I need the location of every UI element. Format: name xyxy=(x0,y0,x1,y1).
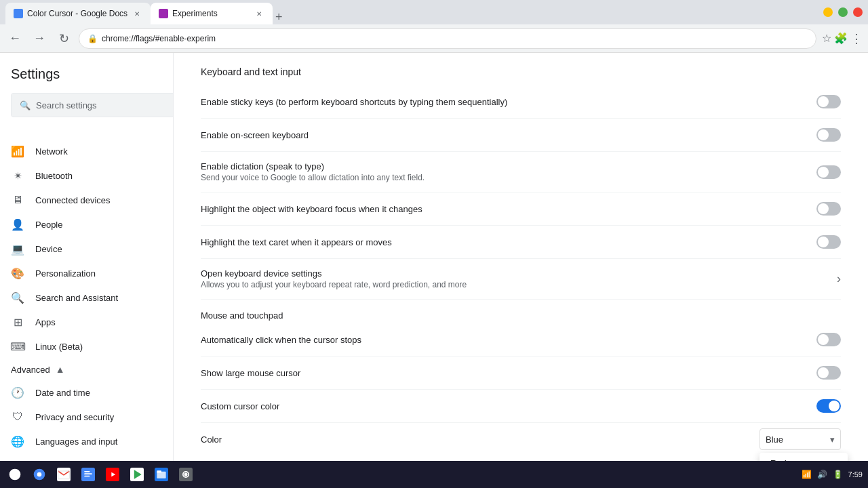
settings-search[interactable]: 🔍 Search settings xyxy=(11,93,174,117)
address-bar[interactable]: 🔒 chrome://flags/#enable-experim xyxy=(79,28,816,49)
taskbar-docs-icon[interactable] xyxy=(79,465,98,484)
gmail-svg xyxy=(57,468,71,481)
sidebar-label-apps: Apps xyxy=(35,317,56,327)
setting-dictation: Enable dictation (speak to type) Send yo… xyxy=(201,152,841,192)
svg-point-17 xyxy=(184,473,188,476)
setting-custom-cursor: Custom cursor color xyxy=(201,390,841,423)
sidebar-item-files[interactable]: 📁 Files xyxy=(0,453,167,461)
devices-icon: 🖥 xyxy=(11,193,24,207)
launcher-svg xyxy=(8,468,22,481)
sidebar-item-linux[interactable]: ⌨ Linux (Beta) xyxy=(0,334,167,359)
sidebar-label-people: People xyxy=(35,220,62,230)
setting-highlight-keyboard: Highlight the object with keyboard focus… xyxy=(201,192,841,226)
tab-experiments[interactable]: Experiments ✕ xyxy=(151,3,273,24)
advanced-section-header[interactable]: Advanced ▲ xyxy=(0,359,173,380)
menu-icon[interactable]: ⋮ xyxy=(850,31,863,46)
custom-cursor-label: Custom cursor color xyxy=(201,401,806,411)
sidebar-item-apps[interactable]: ⊞ Apps xyxy=(0,310,167,334)
sidebar-item-bluetooth[interactable]: ✴ Bluetooth xyxy=(0,163,167,188)
taskbar-gmail-icon[interactable] xyxy=(54,465,73,484)
setting-onscreen-keyboard: Enable on-screen keyboard xyxy=(201,119,841,152)
sidebar-item-network[interactable]: 📶 Network xyxy=(0,139,167,163)
sticky-keys-label: Enable sticky keys (to perform keyboard … xyxy=(201,97,806,107)
play-svg xyxy=(130,468,144,481)
sidebar-label-device: Device xyxy=(35,244,62,254)
highlight-keyboard-toggle[interactable] xyxy=(816,202,841,216)
palette-icon: 🎨 xyxy=(11,266,24,280)
taskbar-youtube-icon[interactable] xyxy=(103,465,122,484)
dictation-label: Enable dictation (speak to type) xyxy=(201,161,806,171)
launcher-icon[interactable] xyxy=(5,465,24,484)
setting-highlight-mouse: Highlight the mouse cursor when it's mov… xyxy=(201,455,841,461)
forward-button[interactable]: → xyxy=(30,29,49,48)
sidebar-label-bluetooth: Bluetooth xyxy=(35,171,73,181)
docs-svg xyxy=(81,468,95,481)
mouse-section-header: Mouse and touchpad xyxy=(201,310,841,321)
window-maximize-button[interactable] xyxy=(838,7,848,17)
address-lock-icon: 🔒 xyxy=(87,34,98,43)
taskbar-play-icon[interactable] xyxy=(127,465,146,484)
large-cursor-toggle[interactable] xyxy=(816,366,841,380)
sidebar-item-languages[interactable]: 🌐 Languages and input xyxy=(0,429,167,453)
search-placeholder: Search settings xyxy=(36,100,97,110)
svg-point-2 xyxy=(37,472,42,477)
extension-icon[interactable]: 🧩 xyxy=(834,32,848,45)
dictation-toggle[interactable] xyxy=(816,165,841,179)
tab-favicon-experiments xyxy=(159,9,168,18)
setting-sticky-keys: Enable sticky keys (to perform keyboard … xyxy=(201,85,841,119)
highlight-caret-label: Highlight the text caret when it appears… xyxy=(201,237,806,247)
setting-large-cursor: Show large mouse cursor xyxy=(201,357,841,390)
taskbar-chrome-icon[interactable] xyxy=(30,465,49,484)
color-select-wrapper: Blue ▾ Red Orange Green xyxy=(760,428,841,450)
sidebar-label-network: Network xyxy=(35,146,68,157)
setting-keyboard-device[interactable]: Open keyboard device settings Allows you… xyxy=(201,259,841,300)
battery-icon: 🔋 xyxy=(833,470,843,479)
new-tab-button[interactable]: + xyxy=(275,10,283,24)
apps-icon: ⊞ xyxy=(11,315,24,329)
sidebar-item-privacy[interactable]: 🛡 Privacy and security xyxy=(0,405,167,429)
browser-toolbar: ← → ↻ 🔒 chrome://flags/#enable-experim ☆… xyxy=(0,24,868,53)
bookmark-icon[interactable]: ☆ xyxy=(822,32,831,45)
sidebar-label-personalization: Personalization xyxy=(35,268,96,279)
reload-button[interactable]: ↻ xyxy=(54,29,73,48)
sidebar-item-personalization[interactable]: 🎨 Personalization xyxy=(0,261,167,285)
taskbar-time: 7:59 xyxy=(848,470,863,479)
tab-color-cursor[interactable]: Color Cursor - Google Docs ✕ xyxy=(5,3,151,24)
custom-cursor-toggle[interactable] xyxy=(816,399,841,413)
taskbar-system-tray: 📶 🔊 🔋 7:59 xyxy=(802,470,863,479)
color-select-button[interactable]: Blue ▾ xyxy=(760,428,841,450)
sticky-keys-toggle[interactable] xyxy=(816,95,841,108)
highlight-keyboard-label: Highlight the object with keyboard focus… xyxy=(201,204,806,214)
window-minimize-button[interactable] xyxy=(823,7,833,17)
large-cursor-label: Show large mouse cursor xyxy=(201,368,806,378)
settings-title: Settings xyxy=(0,58,173,93)
youtube-svg xyxy=(106,468,119,481)
person-icon: 👤 xyxy=(11,218,24,231)
settings-svg xyxy=(179,468,193,481)
onscreen-keyboard-toggle[interactable] xyxy=(816,128,841,142)
setting-auto-click: Automatically click when the cursor stop… xyxy=(201,323,841,357)
back-button[interactable]: ← xyxy=(5,29,24,48)
window-controls xyxy=(823,7,863,17)
advanced-label: Advanced xyxy=(11,365,50,375)
sidebar-item-search-assistant[interactable]: 🔍 Search and Assistant xyxy=(0,285,167,310)
tab-close-docs[interactable]: ✕ xyxy=(132,8,142,19)
taskbar-files-icon[interactable] xyxy=(152,465,171,484)
bluetooth-icon: ✴ xyxy=(11,169,24,182)
toolbar-icons: ☆ 🧩 ⋮ xyxy=(822,31,863,46)
sidebar-item-device[interactable]: 💻 Device xyxy=(0,237,167,261)
window-close-button[interactable] xyxy=(853,7,863,17)
keyboard-device-desc: Allows you to adjust your keyboard repea… xyxy=(201,280,826,289)
sidebar-item-people[interactable]: 👤 People xyxy=(0,212,167,237)
tab-close-experiments[interactable]: ✕ xyxy=(254,8,264,19)
auto-click-toggle[interactable] xyxy=(816,333,841,346)
taskbar-settings-icon[interactable] xyxy=(176,465,195,484)
color-row: Color Blue ▾ Red Orange xyxy=(201,423,841,455)
sidebar-item-date-time[interactable]: 🕐 Date and time xyxy=(0,380,167,405)
highlight-caret-toggle[interactable] xyxy=(816,235,841,249)
color-option-red[interactable]: Red xyxy=(760,453,848,461)
svg-point-0 xyxy=(9,469,21,481)
svg-rect-7 xyxy=(84,473,92,474)
keyboard-section-header: Keyboard and text input xyxy=(201,66,841,80)
sidebar-item-connected-devices[interactable]: 🖥 Connected devices xyxy=(0,188,167,212)
